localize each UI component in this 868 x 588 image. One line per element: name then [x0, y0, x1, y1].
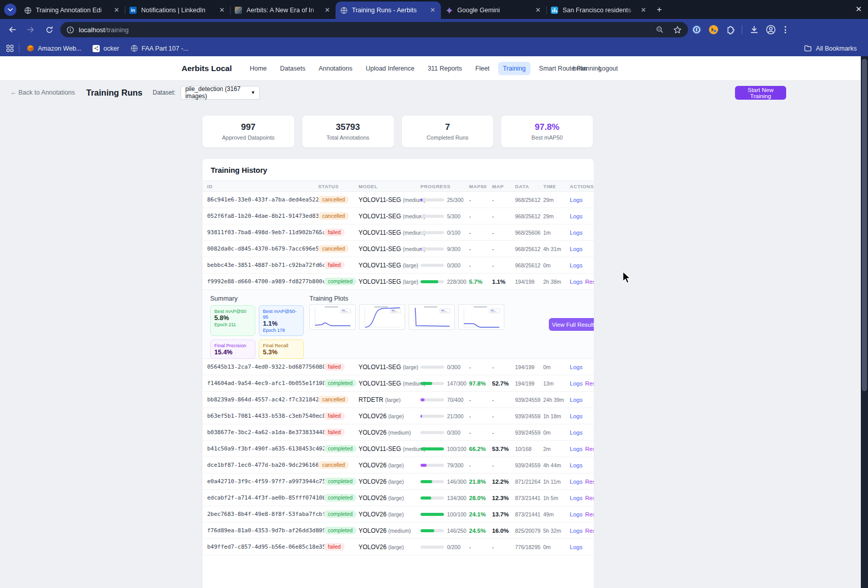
nav-item-fleet[interactable]: Fleet [471, 62, 494, 75]
browser-tab[interactable]: Google Gemini✕ [441, 2, 546, 19]
table-row[interactable]: 93811f03-7ba8-498d-9eb7-11d902b765a4›fai… [203, 224, 594, 241]
bookmark-star-icon[interactable] [673, 26, 682, 34]
nav-item-home[interactable]: Home [245, 62, 271, 75]
table-row[interactable]: 05645b13-2ca7-4ed0-9322-bd6877560880›fai… [203, 359, 594, 375]
chevron-down-icon[interactable]: › [316, 281, 322, 283]
nav-item-datasets[interactable]: Datasets [276, 62, 310, 75]
results-link[interactable]: Results [585, 528, 594, 534]
logs-link[interactable]: Logs [570, 528, 583, 534]
back-to-annotations-link[interactable]: ← Back to Annotations [10, 89, 75, 96]
tab-search-button[interactable] [4, 4, 16, 16]
table-row[interactable]: bb8239a9-864d-4557-ac42-f7c32184234bcanc… [203, 392, 594, 408]
table-row[interactable]: edcabf2f-a714-4f3f-ae0b-85fff07410b9›com… [203, 490, 594, 506]
logs-link[interactable]: Logs [570, 495, 583, 501]
table-row[interactable]: 052f6fa8-1b20-4dae-8b21-91473ed833d8canc… [203, 208, 594, 224]
chevron-right-icon[interactable]: › [318, 446, 320, 452]
table-row[interactable]: b41c50a9-f3bf-490f-a635-6138453c4926›com… [203, 441, 594, 457]
logs-link[interactable]: Logs [570, 364, 583, 370]
logs-link[interactable]: Logs [570, 462, 583, 468]
logs-link[interactable]: Logs [570, 479, 583, 485]
logs-link[interactable]: Logs [570, 511, 583, 517]
orange-extension-icon[interactable] [708, 25, 719, 35]
chevron-right-icon[interactable]: › [318, 528, 320, 534]
training-plot-thumbnail[interactable] [458, 304, 504, 330]
nav-item-311-reports[interactable]: 311 Reports [423, 62, 466, 75]
password-manager-extension-icon[interactable] [692, 25, 702, 35]
logout-link[interactable]: Logout [598, 65, 618, 72]
results-link[interactable]: Results [585, 446, 594, 452]
logs-link[interactable]: Logs [570, 413, 583, 419]
chevron-right-icon[interactable]: › [318, 511, 320, 517]
nav-item-annotations[interactable]: Annotations [314, 62, 357, 75]
browser-menu-icon[interactable] [783, 26, 788, 33]
results-link[interactable]: Results [585, 279, 594, 285]
table-row[interactable]: b49ffed7-c857-4d95-b56e-06e85c18e35d›fai… [203, 539, 594, 555]
logs-link[interactable]: Logs [570, 279, 583, 285]
profile-avatar-icon[interactable] [766, 25, 776, 35]
results-link[interactable]: Results [585, 495, 594, 501]
training-plot-thumbnail[interactable] [409, 304, 455, 330]
browser-tab[interactable]: Aerbits: A New Era of In✕ [230, 2, 336, 19]
browser-tab[interactable]: San Francisco residents✕ [546, 2, 652, 19]
tab-close-icon[interactable]: ✕ [429, 6, 437, 14]
chevron-right-icon[interactable]: › [318, 262, 320, 268]
training-plot-thumbnail[interactable] [309, 304, 355, 330]
tab-close-icon[interactable]: ✕ [323, 6, 331, 14]
nav-item-upload-inference[interactable]: Upload Inference [361, 62, 419, 75]
page-scrollbar[interactable] [861, 56, 868, 588]
logs-link[interactable]: Logs [570, 213, 583, 219]
table-row[interactable]: 0082da0c-d845-4370-b679-7acc696e59aecanc… [203, 241, 594, 257]
logs-link[interactable]: Logs [570, 446, 583, 452]
logs-link[interactable]: Logs [570, 429, 583, 436]
dataset-select[interactable]: pile_detection (3167 images) ▼ [181, 86, 260, 100]
bookmark-item[interactable]: ocker [93, 45, 119, 52]
forward-button[interactable] [24, 22, 38, 37]
logs-link[interactable]: Logs [570, 197, 583, 203]
tab-close-icon[interactable]: ✕ [218, 6, 226, 14]
tab-close-icon[interactable]: ✕ [639, 6, 648, 14]
chevron-right-icon[interactable]: › [318, 364, 320, 370]
results-link[interactable]: Results [585, 380, 594, 387]
bookmark-item[interactable]: Amazon Web... [27, 44, 81, 52]
search-icon[interactable] [656, 26, 664, 34]
table-row[interactable]: f14604ad-9a54-4ec9-afc1-0b055e1f198b›com… [203, 375, 594, 392]
chevron-right-icon[interactable]: › [318, 429, 320, 436]
table-row[interactable]: f76d89ea-81a0-4353-9d7b-af26dd3d8993›com… [203, 523, 594, 539]
back-button[interactable] [5, 22, 19, 37]
logs-link[interactable]: Logs [570, 262, 583, 268]
start-new-training-button[interactable]: Start New Training [735, 86, 786, 100]
table-row[interactable]: f9992e88-d660-4700-a989-fd8277b800ca›com… [203, 274, 594, 290]
reload-button[interactable] [42, 22, 56, 37]
training-plot-thumbnail[interactable] [359, 304, 405, 330]
results-link[interactable]: Results [585, 479, 594, 485]
new-tab-button[interactable]: + [657, 5, 662, 15]
view-full-results-button[interactable]: View Full Results [549, 318, 594, 331]
tab-close-icon[interactable]: ✕ [534, 6, 542, 14]
browser-tab[interactable]: Training Runs - Aerbits✕ [336, 2, 441, 19]
chevron-right-icon[interactable]: › [318, 413, 320, 419]
apps-grid-icon[interactable] [6, 44, 14, 52]
table-row[interactable]: dce1bf87-1ec0-477d-ba20-9dc296166c7acanc… [203, 457, 594, 473]
site-info-icon[interactable] [66, 26, 74, 34]
all-bookmarks-button[interactable]: All Bookmarks [804, 45, 857, 52]
bookmark-item[interactable]: FAA Part 107 -... [130, 44, 189, 52]
table-row[interactable]: bebbc43e-3851-4887-bb71-c92ba72fd6d9›fai… [203, 257, 594, 274]
table-row[interactable]: b63ef5b1-7081-4433-b538-c3eb7540ec81›fai… [203, 408, 594, 424]
logs-link[interactable]: Logs [570, 544, 583, 550]
chevron-right-icon[interactable]: › [318, 479, 320, 485]
chevron-right-icon[interactable]: › [318, 495, 320, 501]
nav-item-training[interactable]: Training [498, 62, 530, 75]
window-close-icon[interactable]: ✕ [855, 5, 862, 14]
downloads-icon[interactable] [749, 25, 759, 35]
address-bar[interactable]: localhost/training [60, 22, 688, 37]
chevron-right-icon[interactable]: › [318, 544, 320, 550]
chevron-right-icon[interactable]: › [318, 230, 320, 236]
extensions-puzzle-icon[interactable] [725, 25, 735, 35]
tab-close-icon[interactable]: ✕ [113, 6, 121, 14]
scrollbar-thumb[interactable] [862, 59, 867, 391]
logs-link[interactable]: Logs [570, 380, 583, 387]
logs-link[interactable]: Logs [570, 230, 583, 236]
table-row[interactable]: 86c941e6-33e0-433f-a7ba-ded4ea52242dcanc… [203, 192, 594, 208]
browser-tab[interactable]: inNotifications | LinkedIn✕ [125, 2, 230, 19]
browser-tab[interactable]: Training Annotation Edi✕ [19, 2, 125, 19]
